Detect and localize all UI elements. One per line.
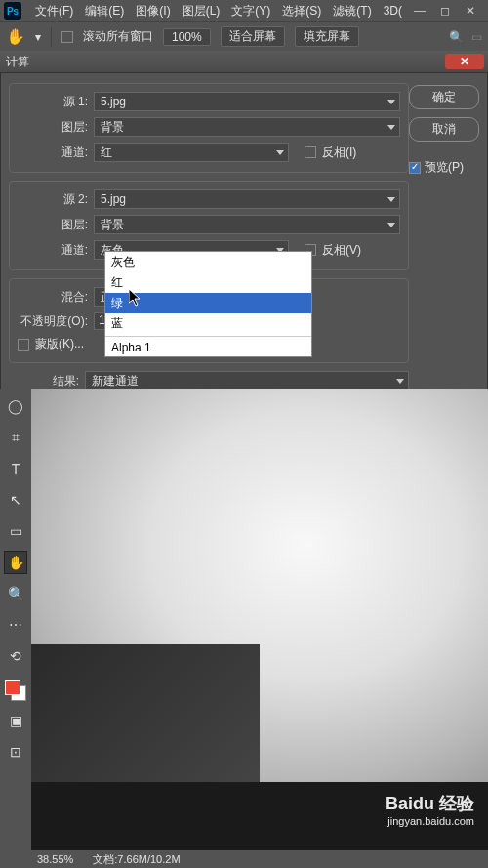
fit-screen-button[interactable]: 适合屏幕 xyxy=(221,26,285,47)
menu-select[interactable]: 选择(S) xyxy=(276,3,327,20)
type-tool-icon[interactable]: T xyxy=(4,457,27,480)
preview-label: 预览(P) xyxy=(425,159,464,176)
chevron-down-icon[interactable]: ▾ xyxy=(35,30,41,44)
src2-layer-select[interactable]: 背景 xyxy=(94,215,400,234)
menu-layer[interactable]: 图层(L) xyxy=(177,3,226,20)
fill-screen-button[interactable]: 填充屏幕 xyxy=(295,26,359,47)
watermark-url: jingyan.baidu.com xyxy=(386,815,474,827)
menu-filter[interactable]: 滤镜(T) xyxy=(327,3,377,20)
screenmode-icon[interactable]: ⊡ xyxy=(4,740,27,764)
src1-label: 源 1: xyxy=(18,94,88,110)
cancel-button[interactable]: 取消 xyxy=(409,117,479,142)
src2-label: 源 2: xyxy=(18,191,88,208)
menu-image[interactable]: 图像(I) xyxy=(130,3,176,20)
result-label: 结果: xyxy=(9,373,79,390)
canvas-bottom: Baidu 经验 jingyan.baidu.com xyxy=(31,782,488,850)
options-bar: ✋ ▾ 滚动所有窗口 100% 适合屏幕 填充屏幕 🔍 ▭ xyxy=(0,21,488,51)
src1-file-select[interactable]: 5.jpg xyxy=(94,92,400,111)
zoom-tool-icon[interactable]: 🔍 xyxy=(4,582,27,605)
channel2-label: 通道: xyxy=(18,242,88,259)
result-select[interactable]: 新建通道 xyxy=(85,371,409,391)
dropdown-divider xyxy=(105,336,311,337)
source1-group: 源 1: 5.jpg 图层: 背景 通道: 红 反相(I) xyxy=(9,83,409,173)
mask-checkbox[interactable] xyxy=(18,339,29,351)
lasso-tool-icon[interactable]: ◯ xyxy=(4,394,27,418)
invert1-checkbox[interactable] xyxy=(305,146,316,158)
doc-size: 文档:7.66M/10.2M xyxy=(93,852,180,867)
zoom-level[interactable]: 38.55% xyxy=(37,853,73,865)
dialog-close-button[interactable]: ✕ xyxy=(445,54,484,69)
layer1-label: 图层: xyxy=(18,119,88,136)
preview-checkbox[interactable] xyxy=(409,162,421,174)
zoom-100-button[interactable]: 100% xyxy=(163,28,211,46)
menu-file[interactable]: 文件(F) xyxy=(29,3,79,20)
panel-icon[interactable]: ▭ xyxy=(471,30,482,44)
src1-layer-select[interactable]: 背景 xyxy=(94,117,400,137)
src2-file-select[interactable]: 5.jpg xyxy=(94,189,400,209)
document-image[interactable] xyxy=(31,389,488,782)
workspace: ◯ ⌗ T ↖ ▭ ✋ 🔍 ⋯ ⟲ ▣ ⊡ Baidu 经验 jingyan.b… xyxy=(0,389,488,868)
cursor-icon xyxy=(129,289,144,311)
canvas-area: Baidu 经验 jingyan.baidu.com 38.55% 文档:7.6… xyxy=(31,389,488,868)
dropdown-option-blue[interactable]: 蓝 xyxy=(105,313,311,334)
dialog-title: 计算 xyxy=(6,54,29,70)
src1-channel-select[interactable]: 红 xyxy=(94,143,289,162)
menu-type[interactable]: 文字(Y) xyxy=(225,3,276,20)
search-icon[interactable]: 🔍 xyxy=(449,30,464,44)
hand-tool-icon[interactable]: ✋ xyxy=(6,27,25,46)
menu-edit[interactable]: 编辑(E) xyxy=(79,3,130,20)
watermark: Baidu 经验 jingyan.baidu.com xyxy=(386,792,474,827)
tools-panel: ◯ ⌗ T ↖ ▭ ✋ 🔍 ⋯ ⟲ ▣ ⊡ xyxy=(0,389,31,868)
path-tool-icon[interactable]: ↖ xyxy=(4,488,27,512)
quickmask-icon[interactable]: ▣ xyxy=(4,709,27,732)
color-swatches[interactable] xyxy=(5,680,26,701)
mask-label: 蒙版(K)... xyxy=(35,336,84,352)
opacity-label: 不透明度(O): xyxy=(18,313,88,330)
hand-tool-icon[interactable]: ✋ xyxy=(4,551,27,574)
maximize-icon[interactable]: ◻ xyxy=(435,4,455,18)
menu-bar: Ps 文件(F) 编辑(E) 图像(I) 图层(L) 文字(Y) 选择(S) 滤… xyxy=(0,0,488,21)
window-controls: — ◻ ✕ xyxy=(410,4,484,18)
ps-logo-icon: Ps xyxy=(4,2,21,20)
separator xyxy=(51,27,52,47)
minimize-icon[interactable]: — xyxy=(410,4,429,18)
dots-icon[interactable]: ⋯ xyxy=(4,613,27,637)
close-window-icon[interactable]: ✕ xyxy=(461,4,480,18)
fg-color-swatch[interactable] xyxy=(5,680,20,695)
scroll-all-checkbox[interactable] xyxy=(61,31,73,43)
crop-tool-icon[interactable]: ⌗ xyxy=(4,426,27,449)
dropdown-option-alpha1[interactable]: Alpha 1 xyxy=(105,339,311,356)
layer2-label: 图层: xyxy=(18,217,88,233)
status-bar: 38.55% 文档:7.66M/10.2M xyxy=(31,850,488,868)
ok-button[interactable]: 确定 xyxy=(409,85,479,109)
invert2-label: 反相(V) xyxy=(322,242,361,259)
dialog-title-bar: 计算 ✕ xyxy=(0,51,488,72)
blend-label: 混合: xyxy=(18,289,88,306)
edit-toolbar-icon[interactable]: ⟲ xyxy=(4,644,27,668)
watermark-brand: Baidu 经验 xyxy=(386,792,474,815)
invert1-label: 反相(I) xyxy=(322,145,356,161)
scroll-all-label: 滚动所有窗口 xyxy=(83,28,153,45)
rect-tool-icon[interactable]: ▭ xyxy=(4,519,27,543)
channel1-label: 通道: xyxy=(18,145,88,161)
dropdown-option-gray[interactable]: 灰色 xyxy=(105,252,311,272)
menu-3d[interactable]: 3D( xyxy=(378,4,408,18)
